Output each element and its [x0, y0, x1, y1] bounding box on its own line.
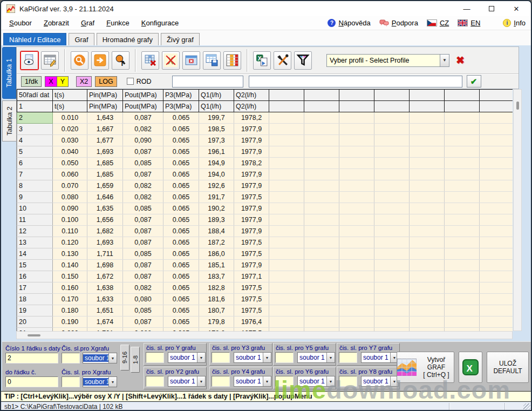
- data-cell-empty[interactable]: [269, 226, 304, 237]
- data-cell-empty[interactable]: [445, 271, 480, 282]
- column-header[interactable]: Q1(l/h): [199, 90, 234, 101]
- data-cell-empty[interactable]: [304, 192, 339, 203]
- data-cell[interactable]: 0.065: [163, 271, 199, 282]
- column-header[interactable]: P3(MPa): [163, 90, 199, 101]
- data-cell-empty[interactable]: [410, 237, 445, 248]
- y-column-input[interactable]: [212, 352, 230, 363]
- x-col-top-input[interactable]: [62, 353, 80, 363]
- column-header-empty[interactable]: [304, 90, 339, 101]
- data-cell-empty[interactable]: [410, 282, 445, 294]
- data-cell[interactable]: 0,087: [123, 146, 163, 158]
- data-cell-empty[interactable]: [410, 214, 445, 226]
- data-cell[interactable]: 1977,9: [234, 226, 269, 237]
- data-cell[interactable]: 1977,5: [234, 192, 269, 203]
- data-cell[interactable]: 0,087: [123, 226, 163, 237]
- data-cell[interactable]: 0.060: [53, 169, 87, 180]
- data-cell[interactable]: 0.065: [163, 316, 199, 328]
- data-cell-empty[interactable]: [480, 124, 513, 135]
- data-cell[interactable]: 0.150: [53, 271, 87, 282]
- row-number-cell[interactable]: 17: [17, 282, 53, 294]
- data-cell-empty[interactable]: [269, 158, 304, 169]
- data-cell-empty[interactable]: [480, 271, 513, 282]
- subheader-cell-empty[interactable]: [269, 101, 304, 112]
- data-cell[interactable]: 0.065: [163, 158, 199, 169]
- data-cell[interactable]: 1977,9: [234, 180, 269, 192]
- data-cell-empty[interactable]: [374, 316, 410, 328]
- data-cell-empty[interactable]: [445, 226, 480, 237]
- data-cell[interactable]: 0.065: [163, 135, 199, 146]
- data-cell[interactable]: 0.065: [163, 248, 199, 260]
- data-cell-empty[interactable]: [374, 237, 410, 248]
- data-cell[interactable]: 0,087: [123, 214, 163, 226]
- create-graph-button[interactable]: Vytvoř GRAF [ Ctrl+Q ]: [397, 352, 454, 383]
- preview-button[interactable]: [21, 51, 38, 70]
- subheader-cell[interactable]: P3(MPa): [163, 101, 199, 112]
- data-cell-empty[interactable]: [445, 203, 480, 214]
- data-cell[interactable]: 0,082: [123, 180, 163, 192]
- data-cell-empty[interactable]: [304, 112, 339, 124]
- data-cell-empty[interactable]: [445, 124, 480, 135]
- tab-tabulka-2[interactable]: Tabulka 2: [2, 100, 16, 142]
- data-cell-empty[interactable]: [374, 248, 410, 260]
- data-cell-empty[interactable]: [304, 282, 339, 294]
- data-cell-empty[interactable]: [480, 260, 513, 271]
- data-cell-empty[interactable]: [339, 305, 374, 316]
- tab-graf[interactable]: Graf: [69, 33, 94, 45]
- data-cell-empty[interactable]: [339, 180, 374, 192]
- data-cell-empty[interactable]: [480, 146, 513, 158]
- data-cell[interactable]: 0.130: [53, 248, 87, 260]
- y-column-input[interactable]: [339, 352, 357, 363]
- maximize-button[interactable]: [479, 1, 504, 16]
- data-cell[interactable]: 0,085: [123, 305, 163, 316]
- subheader-cell[interactable]: Q2(l/h): [234, 101, 269, 112]
- data-cell-empty[interactable]: [480, 203, 513, 214]
- data-cell[interactable]: 0.180: [53, 305, 87, 316]
- data-cell[interactable]: 1,633: [87, 294, 123, 305]
- data-cell-empty[interactable]: [269, 260, 304, 271]
- data-cell-empty[interactable]: [269, 305, 304, 316]
- data-cell-empty[interactable]: [480, 237, 513, 248]
- data-cell-empty[interactable]: [410, 248, 445, 260]
- data-cell[interactable]: 188,4: [199, 226, 234, 237]
- data-cell[interactable]: 0.065: [163, 260, 199, 271]
- data-cell[interactable]: 1,677: [87, 135, 123, 146]
- data-cell[interactable]: 1,685: [87, 169, 123, 180]
- y-file-select[interactable]: soubor 1▼: [234, 376, 271, 387]
- resize-grip[interactable]: [523, 403, 530, 410]
- data-cell-empty[interactable]: [445, 169, 480, 180]
- data-cell-empty[interactable]: [269, 203, 304, 214]
- data-cell-empty[interactable]: [410, 203, 445, 214]
- data-cell[interactable]: 1977,9: [234, 260, 269, 271]
- data-cell[interactable]: 191,7: [199, 192, 234, 203]
- data-cell-empty[interactable]: [339, 248, 374, 260]
- data-cell[interactable]: 0.065: [163, 169, 199, 180]
- data-cell-empty[interactable]: [304, 305, 339, 316]
- data-cell-empty[interactable]: [269, 271, 304, 282]
- profile-select[interactable]: Vyber profil - Select Profile ▼: [326, 54, 449, 67]
- data-cell[interactable]: 0.160: [53, 282, 87, 294]
- column-header-empty[interactable]: [445, 90, 480, 101]
- data-cell-empty[interactable]: [445, 248, 480, 260]
- data-cell-empty[interactable]: [445, 180, 480, 192]
- close-button[interactable]: ✕: [504, 1, 529, 16]
- menu-item-zobrazit[interactable]: Zobrazit: [38, 19, 75, 27]
- y-axis-chip[interactable]: Y: [57, 76, 69, 87]
- menu-item-funkce[interactable]: Funkce: [100, 19, 135, 27]
- data-cell[interactable]: 0.110: [53, 226, 87, 237]
- data-cell-empty[interactable]: [374, 124, 410, 135]
- row-number-cell[interactable]: 6: [17, 158, 53, 169]
- chevron-down-icon[interactable]: ▼: [263, 353, 271, 362]
- data-cell-empty[interactable]: [269, 112, 304, 124]
- data-cell-empty[interactable]: [374, 294, 410, 305]
- data-cell-empty[interactable]: [339, 146, 374, 158]
- data-cell-empty[interactable]: [410, 271, 445, 282]
- data-cell-empty[interactable]: [374, 214, 410, 226]
- data-cell-empty[interactable]: [339, 282, 374, 294]
- data-cell[interactable]: 0,085: [123, 158, 163, 169]
- data-cell[interactable]: 0.065: [163, 237, 199, 248]
- data-cell-empty[interactable]: [374, 169, 410, 180]
- menu-item-soubor[interactable]: Soubor: [3, 19, 38, 27]
- data-cell[interactable]: 179,8: [199, 316, 234, 328]
- data-cell-empty[interactable]: [304, 248, 339, 260]
- data-cell-empty[interactable]: [339, 158, 374, 169]
